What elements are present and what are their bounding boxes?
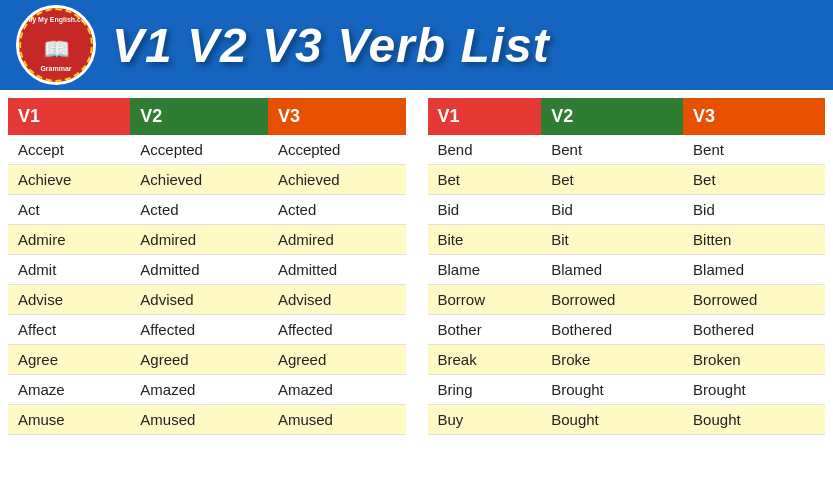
- table-row: BreakBrokeBroken: [428, 345, 826, 375]
- table-row: BorrowBorrowedBorrowed: [428, 285, 826, 315]
- table-cell: Achieved: [130, 165, 268, 195]
- table-row: BringBroughtBrought: [428, 375, 826, 405]
- table-cell: Bent: [541, 135, 683, 165]
- table-cell: Bought: [683, 405, 825, 435]
- table-cell: Acted: [130, 195, 268, 225]
- table-row: AgreeAgreedAgreed: [8, 345, 406, 375]
- table-cell: Bid: [541, 195, 683, 225]
- verb-table-2: V1 V2 V3 BendBentBentBetBetBetBidBidBidB…: [428, 98, 826, 435]
- table1-col-v3: V3: [268, 98, 406, 135]
- table-cell: Admired: [268, 225, 406, 255]
- table-row: BlameBlamedBlamed: [428, 255, 826, 285]
- table-cell: Affected: [130, 315, 268, 345]
- table-cell: Borrow: [428, 285, 542, 315]
- table-cell: Agree: [8, 345, 130, 375]
- table-row: BotherBotheredBothered: [428, 315, 826, 345]
- table-row: AmazeAmazedAmazed: [8, 375, 406, 405]
- table-cell: Break: [428, 345, 542, 375]
- table-cell: Broke: [541, 345, 683, 375]
- table-cell: Amazed: [130, 375, 268, 405]
- table-row: AchieveAchievedAchieved: [8, 165, 406, 195]
- header: Only My English.com 📖 Grammar V1 V2 V3 V…: [0, 0, 833, 90]
- table-row: AmuseAmusedAmused: [8, 405, 406, 435]
- table-cell: Borrowed: [683, 285, 825, 315]
- table-cell: Bring: [428, 375, 542, 405]
- logo: Only My English.com 📖 Grammar: [16, 5, 96, 85]
- table-cell: Blamed: [541, 255, 683, 285]
- table-cell: Achieve: [8, 165, 130, 195]
- table2-body: BendBentBentBetBetBetBidBidBidBiteBitBit…: [428, 135, 826, 435]
- table-cell: Borrowed: [541, 285, 683, 315]
- table-cell: Accepted: [130, 135, 268, 165]
- table-cell: Amused: [268, 405, 406, 435]
- table-cell: Blame: [428, 255, 542, 285]
- table-cell: Advise: [8, 285, 130, 315]
- table-cell: Bothered: [541, 315, 683, 345]
- table-row: ActActedActed: [8, 195, 406, 225]
- table-cell: Bitten: [683, 225, 825, 255]
- table-row: AdviseAdvisedAdvised: [8, 285, 406, 315]
- table-cell: Bothered: [683, 315, 825, 345]
- table-divider: [414, 98, 420, 492]
- table-cell: Bid: [428, 195, 542, 225]
- table2-header: V1 V2 V3: [428, 98, 826, 135]
- table1-header: V1 V2 V3: [8, 98, 406, 135]
- table-cell: Admired: [130, 225, 268, 255]
- table2-wrapper: V1 V2 V3 BendBentBentBetBetBetBidBidBidB…: [428, 98, 826, 492]
- table-cell: Acted: [268, 195, 406, 225]
- page-title: V1 V2 V3 Verb List: [112, 18, 550, 73]
- table-cell: Bent: [683, 135, 825, 165]
- table-row: AdmireAdmiredAdmired: [8, 225, 406, 255]
- content-area: V1 V2 V3 AcceptAcceptedAcceptedAchieveAc…: [0, 90, 833, 500]
- logo-top-text: Only My English.com: [21, 16, 92, 24]
- table-cell: Buy: [428, 405, 542, 435]
- table-cell: Blamed: [683, 255, 825, 285]
- table1-body: AcceptAcceptedAcceptedAchieveAchievedAch…: [8, 135, 406, 435]
- logo-bottom-text: Grammar: [40, 65, 71, 72]
- table-cell: Bend: [428, 135, 542, 165]
- table-cell: Bought: [541, 405, 683, 435]
- table-row: AffectAffectedAffected: [8, 315, 406, 345]
- table-cell: Agreed: [130, 345, 268, 375]
- table-cell: Act: [8, 195, 130, 225]
- table-cell: Brought: [541, 375, 683, 405]
- verb-table-1: V1 V2 V3 AcceptAcceptedAcceptedAchieveAc…: [8, 98, 406, 435]
- table-cell: Advised: [268, 285, 406, 315]
- table-cell: Agreed: [268, 345, 406, 375]
- table-cell: Bit: [541, 225, 683, 255]
- table-cell: Accept: [8, 135, 130, 165]
- table-row: AcceptAcceptedAccepted: [8, 135, 406, 165]
- table-cell: Admit: [8, 255, 130, 285]
- table-cell: Admire: [8, 225, 130, 255]
- table-cell: Advised: [130, 285, 268, 315]
- table2-col-v1: V1: [428, 98, 542, 135]
- table-cell: Bite: [428, 225, 542, 255]
- table-cell: Accepted: [268, 135, 406, 165]
- table-cell: Affect: [8, 315, 130, 345]
- table-row: AdmitAdmittedAdmitted: [8, 255, 406, 285]
- table-row: BiteBitBitten: [428, 225, 826, 255]
- table-row: BendBentBent: [428, 135, 826, 165]
- table2-col-v3: V3: [683, 98, 825, 135]
- table-cell: Achieved: [268, 165, 406, 195]
- table-cell: Broken: [683, 345, 825, 375]
- table-cell: Brought: [683, 375, 825, 405]
- table-row: BetBetBet: [428, 165, 826, 195]
- table2-col-v2: V2: [541, 98, 683, 135]
- table-cell: Amused: [130, 405, 268, 435]
- table-cell: Affected: [268, 315, 406, 345]
- table-cell: Bet: [683, 165, 825, 195]
- table-cell: Admitted: [130, 255, 268, 285]
- table-cell: Bother: [428, 315, 542, 345]
- table-cell: Admitted: [268, 255, 406, 285]
- table1-wrapper: V1 V2 V3 AcceptAcceptedAcceptedAchieveAc…: [8, 98, 406, 492]
- table1-col-v1: V1: [8, 98, 130, 135]
- table-cell: Amazed: [268, 375, 406, 405]
- table-cell: Bet: [428, 165, 542, 195]
- table-cell: Amuse: [8, 405, 130, 435]
- table-cell: Bid: [683, 195, 825, 225]
- table-row: BuyBoughtBought: [428, 405, 826, 435]
- table-cell: Bet: [541, 165, 683, 195]
- table-row: BidBidBid: [428, 195, 826, 225]
- table1-col-v2: V2: [130, 98, 268, 135]
